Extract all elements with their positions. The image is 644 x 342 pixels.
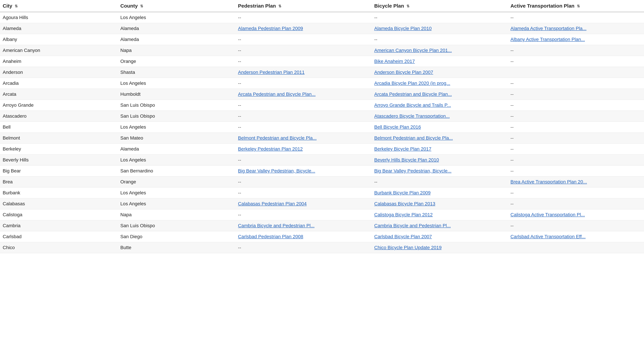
cell-bike[interactable]: Big Bear Valley Pedestrian, Bicycle... — [372, 165, 508, 177]
cell-ped[interactable]: Cambria Bicycle and Pedestrian Pl... — [236, 220, 372, 231]
cell-county: Los Angeles — [118, 188, 236, 198]
cell-bike[interactable]: Beverly Hills Bicycle Plan 2010 — [372, 154, 508, 165]
table-row: BellLos Angeles--Bell Bicycle Plan 2016-… — [0, 122, 644, 133]
link-bike-row14[interactable]: Big Bear Valley Pedestrian, Bicycle... — [374, 168, 452, 174]
link-bike-row10[interactable]: Bell Bicycle Plan 2016 — [374, 124, 421, 130]
link-atp-row2[interactable]: Albany Active Transportation Plan... — [510, 37, 585, 42]
cell-atp[interactable]: Carlsbad Active Transportation Eff... — [508, 231, 644, 242]
link-atp-row15[interactable]: Brea Active Transportation Plan 20... — [510, 179, 587, 185]
sort-city-icon[interactable]: ⇅ — [15, 4, 18, 9]
cell-atp[interactable]: Brea Active Transportation Plan 20... — [508, 177, 644, 188]
cell-atp: -- — [508, 133, 644, 144]
cell-atp[interactable]: Albany Active Transportation Plan... — [508, 34, 644, 45]
cell-ped[interactable]: Alameda Pedestrian Plan 2009 — [236, 23, 372, 34]
cell-city: Calistoga — [0, 209, 118, 220]
cell-bike[interactable]: Atascadero Bicycle Transportation... — [372, 111, 508, 122]
cell-bike[interactable]: Arroyo Grande Bicycle and Trails P... — [372, 100, 508, 111]
link-bike-row6[interactable]: Arcadia Bicycle Plan 2020 (in prog... — [374, 81, 450, 86]
header-ped[interactable]: Pedestrian Plan ⇅ — [236, 0, 372, 12]
cell-ped[interactable]: Big Bear Valley Pedestrian, Bicycle... — [236, 165, 372, 177]
cell-bike[interactable]: Carlsbad Bicycle Plan 2007 — [372, 231, 508, 242]
cell-bike[interactable]: Berkeley Bicycle Plan 2017 — [372, 144, 508, 154]
cell-ped[interactable]: Calabasas Pedestrian Plan 2004 — [236, 198, 372, 209]
cell-ped: -- — [236, 78, 372, 89]
header-bike[interactable]: Bicycle Plan ⇅ — [372, 0, 508, 12]
cell-bike[interactable]: Calabasas Bicycle Plan 2013 — [372, 198, 508, 209]
link-bike-row17[interactable]: Calabasas Bicycle Plan 2013 — [374, 201, 436, 206]
cell-ped: -- — [236, 209, 372, 220]
sort-county-icon[interactable]: ⇅ — [140, 4, 143, 9]
table-row: Big BearSan BernardinoBig Bear Valley Pe… — [0, 165, 644, 177]
header-ped-label: Pedestrian Plan — [238, 3, 276, 9]
table-row: CambriaSan Luis ObispoCambria Bicycle an… — [0, 220, 644, 231]
cell-county: Orange — [118, 177, 236, 188]
table-row: ChicoButte--Chico Bicycle Plan Update 20… — [0, 242, 644, 253]
cell-county: San Mateo — [118, 133, 236, 144]
link-atp-row20[interactable]: Carlsbad Active Transportation Eff... — [510, 234, 586, 239]
cell-bike[interactable]: Anderson Bicycle Plan 2007 — [372, 67, 508, 78]
table-row: AtascaderoSan Luis Obispo--Atascadero Bi… — [0, 111, 644, 122]
cell-bike[interactable]: Arcata Pedestrian and Bicycle Plan... — [372, 89, 508, 100]
sort-ped-icon[interactable]: ⇅ — [278, 4, 281, 9]
link-ped-row19[interactable]: Cambria Bicycle and Pedestrian Pl... — [238, 223, 314, 228]
link-ped-row17[interactable]: Calabasas Pedestrian Plan 2004 — [238, 201, 307, 206]
cell-bike: -- — [372, 34, 508, 45]
link-ped-row1[interactable]: Alameda Pedestrian Plan 2009 — [238, 26, 303, 31]
table-row: Arroyo GrandeSan Luis Obispo--Arroyo Gra… — [0, 100, 644, 111]
cell-bike[interactable]: Calistoga Bicycle Plan 2012 — [372, 209, 508, 220]
link-bike-row7[interactable]: Arcata Pedestrian and Bicycle Plan... — [374, 92, 452, 97]
link-atp-row1[interactable]: Alameda Active Transportation Pla... — [510, 26, 586, 31]
sort-bike-icon[interactable]: ⇅ — [406, 4, 410, 9]
link-ped-row14[interactable]: Big Bear Valley Pedestrian, Bicycle... — [238, 168, 315, 174]
cell-bike[interactable]: Alameda Bicycle Plan 2010 — [372, 23, 508, 34]
link-bike-row8[interactable]: Arroyo Grande Bicycle and Trails P... — [374, 102, 451, 108]
cell-ped: -- — [236, 122, 372, 133]
cell-atp: -- — [508, 144, 644, 154]
link-bike-row21[interactable]: Chico Bicycle Plan Update 2019 — [374, 245, 442, 250]
cell-atp[interactable]: Alameda Active Transportation Pla... — [508, 23, 644, 34]
link-ped-row12[interactable]: Berkeley Pedestrian Plan 2012 — [238, 146, 303, 151]
table-row: AlbanyAlameda----Albany Active Transport… — [0, 34, 644, 45]
link-ped-row20[interactable]: Carlsbad Pedestrian Plan 2008 — [238, 234, 304, 239]
cell-bike[interactable]: Bike Anaheim 2017 — [372, 56, 508, 67]
link-bike-row18[interactable]: Calistoga Bicycle Plan 2012 — [374, 212, 433, 217]
cell-city: Anaheim — [0, 56, 118, 67]
link-bike-row19[interactable]: Cambria Bicycle and Pedestrian Pl... — [374, 223, 451, 228]
cell-bike[interactable]: Chico Bicycle Plan Update 2019 — [372, 242, 508, 253]
cell-county: Shasta — [118, 67, 236, 78]
sort-atp-icon[interactable]: ⇅ — [577, 4, 580, 9]
header-county[interactable]: County ⇅ — [118, 0, 236, 12]
link-ped-row11[interactable]: Belmont Pedestrian and Bicycle Pla... — [238, 135, 317, 140]
cell-atp[interactable]: Calistoga Active Transportation Pl... — [508, 209, 644, 220]
link-ped-row7[interactable]: Arcata Pedestrian and Bicycle Plan... — [238, 92, 316, 97]
cell-city: Atascadero — [0, 111, 118, 122]
cell-county: Alameda — [118, 144, 236, 154]
header-city[interactable]: City ⇅ — [0, 0, 118, 12]
link-bike-row12[interactable]: Berkeley Bicycle Plan 2017 — [374, 146, 431, 151]
cell-city: Cambria — [0, 220, 118, 231]
cell-bike[interactable]: Cambria Bicycle and Pedestrian Pl... — [372, 220, 508, 231]
cell-bike[interactable]: Burbank Bicycle Plan 2009 — [372, 188, 508, 198]
cell-bike[interactable]: Belmont Pedestrian and Bicycle Pla... — [372, 133, 508, 144]
header-atp[interactable]: Active Transportation Plan ⇅ — [508, 0, 644, 12]
link-bike-row4[interactable]: Bike Anaheim 2017 — [374, 59, 415, 64]
link-bike-row9[interactable]: Atascadero Bicycle Transportation... — [374, 113, 450, 119]
cell-ped[interactable]: Arcata Pedestrian and Bicycle Plan... — [236, 89, 372, 100]
link-bike-row3[interactable]: American Canyon Bicycle Plan 201... — [374, 48, 452, 53]
link-bike-row13[interactable]: Beverly Hills Bicycle Plan 2010 — [374, 157, 439, 162]
cell-bike[interactable]: American Canyon Bicycle Plan 201... — [372, 45, 508, 56]
cell-ped[interactable]: Belmont Pedestrian and Bicycle Pla... — [236, 133, 372, 144]
cell-bike[interactable]: Arcadia Bicycle Plan 2020 (in prog... — [372, 78, 508, 89]
link-ped-row5[interactable]: Anderson Pedestrian Plan 2011 — [238, 70, 304, 75]
cell-bike[interactable]: Bell Bicycle Plan 2016 — [372, 122, 508, 133]
link-atp-row18[interactable]: Calistoga Active Transportation Pl... — [510, 212, 585, 217]
cell-ped[interactable]: Anderson Pedestrian Plan 2011 — [236, 67, 372, 78]
cell-ped[interactable]: Berkeley Pedestrian Plan 2012 — [236, 144, 372, 154]
link-bike-row5[interactable]: Anderson Bicycle Plan 2007 — [374, 70, 433, 75]
link-bike-row20[interactable]: Carlsbad Bicycle Plan 2007 — [374, 234, 432, 239]
cell-ped: -- — [236, 45, 372, 56]
link-bike-row11[interactable]: Belmont Pedestrian and Bicycle Pla... — [374, 135, 453, 140]
link-bike-row16[interactable]: Burbank Bicycle Plan 2009 — [374, 190, 431, 195]
link-bike-row1[interactable]: Alameda Bicycle Plan 2010 — [374, 26, 432, 31]
cell-ped[interactable]: Carlsbad Pedestrian Plan 2008 — [236, 231, 372, 242]
